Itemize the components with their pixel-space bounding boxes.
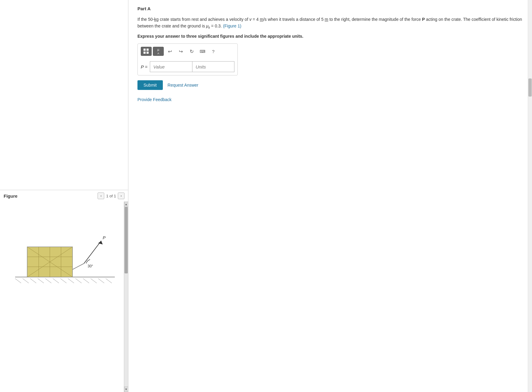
figure-next-button[interactable]: › [118,193,124,199]
p-equals-label: P = [141,64,147,69]
svg-line-1 [15,279,21,283]
svg-line-5 [45,279,51,283]
svg-text:30°: 30° [88,264,93,268]
toolbar: µA ↩ ↪ ↻ ⌨ ? [141,47,234,58]
figure-navigation: ‹ 1 of 1 › [98,193,124,199]
keyboard-button[interactable]: ⌨ [198,47,207,56]
matrix-cell-3 [143,52,146,54]
svg-line-7 [60,279,66,283]
svg-line-12 [98,279,104,283]
answer-box: µA ↩ ↪ ↻ ⌨ ? P = [137,43,238,75]
svg-line-22 [73,263,84,269]
svg-line-23 [84,241,101,263]
kg-underline: kg [154,17,159,22]
svg-line-9 [76,279,82,283]
figure-prev-button[interactable]: ‹ [98,193,104,199]
reset-button[interactable]: ↻ [187,47,196,56]
m-unit2-underline: m [325,17,328,22]
figure-image-container: P 30° ▲ ▼ [0,202,128,392]
express-instruction: Express your answer to three significant… [137,34,523,39]
v-variable: v [249,17,251,22]
answer-input-row: P = [141,61,234,72]
matrix-icon [143,49,149,54]
help-icon: ? [212,49,214,54]
request-answer-link[interactable]: Request Answer [168,83,198,88]
svg-text:P: P [103,235,106,240]
action-row: Submit Request Answer [137,80,523,90]
figure-section: Figure ‹ 1 of 1 › [0,190,128,392]
figure-page-indicator: 1 of 1 [106,194,116,198]
crate-figure: P 30° [6,211,121,295]
figure-1-link[interactable]: (Figure 1) [223,24,241,28]
scrollbar-track [124,207,128,387]
mu-k: μk [206,24,210,28]
svg-line-4 [38,279,44,283]
help-button[interactable]: ? [208,47,218,56]
part-header: Part A [137,6,523,11]
matrix-cell-2 [147,49,149,51]
left-panel: Figure ‹ 1 of 1 › [0,0,128,392]
undo-button[interactable]: ↩ [165,47,175,56]
matrix-button[interactable] [141,47,152,56]
figure-scrollbar[interactable]: ▲ ▼ [124,202,128,392]
svg-line-13 [106,279,112,283]
provide-feedback-link[interactable]: Provide Feedback [137,97,523,102]
value-input[interactable] [150,61,192,72]
problem-text: If the 50-kg crate starts from rest and … [137,16,523,30]
P-variable: P [422,17,425,22]
keyboard-icon: ⌨ [200,49,205,54]
scrollbar-up-button[interactable]: ▲ [124,202,128,207]
figure-title: Figure [4,193,18,199]
redo-button[interactable]: ↪ [176,47,185,56]
matrix-cell-1 [143,49,146,51]
right-panel: Part A If the 50-kg crate starts from re… [128,0,532,392]
svg-line-3 [30,279,36,283]
svg-line-2 [23,279,29,283]
right-scrollbar-thumb[interactable] [528,78,532,97]
part-label: Part A [137,6,151,11]
svg-line-8 [68,279,74,283]
scrollbar-down-button[interactable]: ▼ [124,387,128,392]
right-scrollbar[interactable] [528,0,532,392]
submit-button[interactable]: Submit [137,80,163,90]
svg-line-11 [91,279,97,283]
svg-line-6 [53,279,59,283]
uA-button[interactable]: µA [153,47,164,56]
scrollbar-thumb[interactable] [124,207,128,273]
matrix-cell-4 [147,52,149,54]
m-unit-underline: m [260,17,263,22]
svg-line-10 [83,279,89,283]
uA-label: µA [157,48,159,55]
units-input[interactable] [192,61,234,72]
figure-header: Figure ‹ 1 of 1 › [0,190,128,202]
